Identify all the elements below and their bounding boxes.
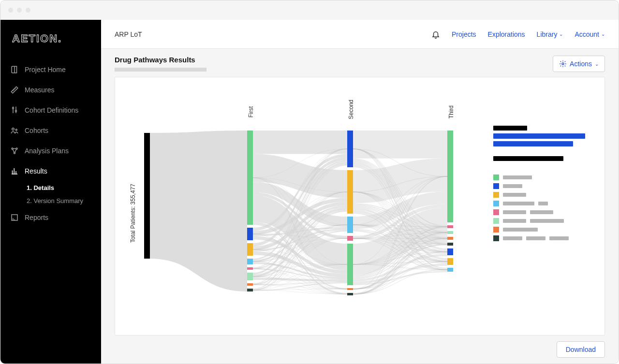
svg-rect-18 bbox=[247, 289, 253, 291]
legend-value-redacted bbox=[493, 141, 573, 146]
legend-row bbox=[493, 183, 597, 189]
svg-point-7 bbox=[14, 152, 15, 154]
legend-swatch bbox=[493, 183, 499, 189]
legend-label-redacted bbox=[530, 210, 553, 214]
bar-chart-icon bbox=[10, 167, 19, 175]
sidebar-item-cohorts[interactable]: Cohorts bbox=[0, 120, 101, 141]
actions-label: Actions bbox=[570, 60, 592, 68]
legend-swatch bbox=[493, 209, 499, 215]
sidebar-item-label: Cohort Definitions bbox=[25, 106, 78, 114]
legend-swatch bbox=[493, 235, 499, 241]
svg-rect-12 bbox=[247, 228, 253, 240]
sidebar-item-measures[interactable]: Measures bbox=[0, 80, 101, 100]
sidebar-sub-details[interactable]: 1. Details bbox=[0, 181, 101, 194]
chevron-down-icon: ⌄ bbox=[601, 31, 605, 37]
network-icon bbox=[10, 146, 19, 155]
legend-label-redacted bbox=[503, 236, 522, 240]
subtitle-placeholder bbox=[115, 68, 206, 72]
legend-label-redacted bbox=[503, 228, 538, 232]
svg-rect-30 bbox=[447, 243, 453, 246]
svg-rect-31 bbox=[447, 248, 453, 255]
sidebar-sub-version-summary[interactable]: 2. Version Summary bbox=[0, 194, 101, 207]
svg-rect-19 bbox=[347, 131, 353, 167]
sidebar-item-label: Cohorts bbox=[25, 127, 48, 134]
legend-row bbox=[493, 209, 597, 215]
sidebar-item-label: Reports bbox=[25, 214, 48, 221]
sidebar-item-label: Project Home bbox=[25, 66, 66, 73]
svg-rect-29 bbox=[447, 237, 453, 240]
svg-rect-21 bbox=[347, 217, 353, 233]
legend-row bbox=[493, 201, 597, 206]
legend-row bbox=[493, 227, 597, 233]
topbar: ARP LoT Projects Explorations Library⌄ A… bbox=[101, 20, 619, 49]
sidebar-item-analysis-plans[interactable]: Analysis Plans bbox=[0, 141, 101, 161]
bell-icon[interactable] bbox=[431, 30, 440, 39]
svg-point-4 bbox=[15, 129, 17, 131]
chevron-down-icon: ⌄ bbox=[559, 31, 563, 37]
svg-rect-27 bbox=[447, 225, 453, 228]
sliders-icon bbox=[10, 106, 19, 115]
report-icon bbox=[10, 213, 19, 222]
window-dot bbox=[17, 8, 22, 13]
ruler-icon bbox=[10, 86, 19, 94]
svg-point-2 bbox=[15, 110, 17, 112]
window-dot bbox=[26, 8, 30, 13]
legend-swatch bbox=[493, 227, 499, 233]
book-icon bbox=[10, 65, 19, 74]
legend-label-redacted bbox=[549, 236, 569, 240]
users-icon bbox=[10, 126, 19, 135]
nav-account[interactable]: Account⌄ bbox=[575, 30, 605, 38]
svg-rect-23 bbox=[347, 244, 353, 285]
chevron-down-icon: ⌄ bbox=[595, 61, 599, 67]
page-title: Drug Pathways Results bbox=[115, 56, 206, 64]
breadcrumb: ARP LoT bbox=[115, 30, 142, 38]
svg-rect-28 bbox=[447, 231, 453, 234]
legend-heading-redacted bbox=[493, 156, 563, 161]
sidebar-item-cohort-definitions[interactable]: Cohort Definitions bbox=[0, 100, 101, 120]
sidebar-item-label: Results bbox=[25, 167, 47, 175]
download-button[interactable]: Download bbox=[557, 341, 605, 358]
legend-label-redacted bbox=[503, 184, 522, 188]
legend-label-redacted bbox=[526, 236, 545, 240]
window-dot bbox=[8, 8, 13, 13]
legend bbox=[493, 77, 604, 335]
legend-swatch bbox=[493, 175, 499, 180]
legend-label-redacted bbox=[538, 202, 548, 205]
svg-point-9 bbox=[562, 63, 564, 65]
svg-rect-14 bbox=[247, 259, 253, 264]
svg-rect-26 bbox=[447, 131, 453, 222]
svg-rect-20 bbox=[347, 170, 353, 214]
sankey-diagram bbox=[115, 77, 473, 319]
svg-rect-16 bbox=[247, 273, 253, 280]
sidebar-item-project-home[interactable]: Project Home bbox=[0, 59, 101, 80]
legend-row bbox=[493, 192, 597, 198]
legend-label-redacted bbox=[503, 210, 526, 214]
sidebar: AETION. Project Home Measures Cohort Def… bbox=[0, 20, 101, 364]
legend-swatch bbox=[493, 201, 499, 206]
svg-point-3 bbox=[12, 128, 15, 131]
actions-button[interactable]: Actions ⌄ bbox=[553, 56, 605, 72]
gear-icon bbox=[559, 60, 567, 68]
legend-value-redacted bbox=[493, 133, 585, 139]
svg-rect-11 bbox=[247, 131, 253, 225]
sidebar-item-results[interactable]: Results bbox=[0, 161, 101, 181]
nav-explorations[interactable]: Explorations bbox=[488, 30, 525, 38]
nav-library[interactable]: Library⌄ bbox=[537, 30, 563, 38]
legend-label-redacted bbox=[503, 219, 526, 223]
legend-label-redacted bbox=[503, 193, 526, 197]
svg-point-1 bbox=[13, 107, 14, 109]
sidebar-item-label: Analysis Plans bbox=[25, 147, 69, 155]
nav-projects[interactable]: Projects bbox=[452, 30, 476, 38]
legend-row bbox=[493, 175, 597, 180]
svg-rect-13 bbox=[247, 243, 253, 256]
svg-rect-17 bbox=[247, 283, 253, 286]
sidebar-item-reports[interactable]: Reports bbox=[0, 207, 101, 228]
svg-rect-24 bbox=[347, 288, 353, 290]
legend-swatch bbox=[493, 192, 499, 198]
svg-text:AETION.: AETION. bbox=[12, 33, 62, 44]
legend-heading-redacted bbox=[493, 126, 527, 131]
svg-rect-10 bbox=[144, 133, 150, 259]
logo: AETION. bbox=[0, 20, 101, 57]
legend-label-redacted bbox=[503, 202, 534, 205]
chart-canvas: Total Patients: 355,477 First Second Thi… bbox=[115, 77, 605, 335]
